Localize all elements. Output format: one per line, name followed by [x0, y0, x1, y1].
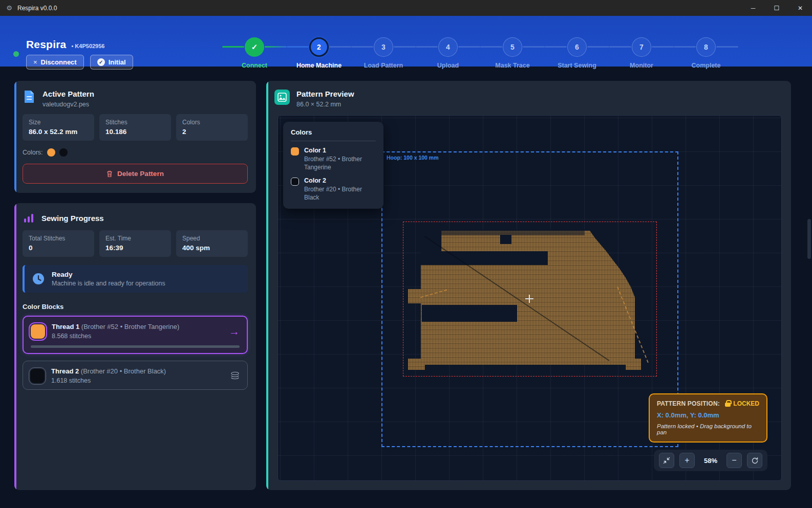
step-start-sewing-label: Start Sewing: [558, 62, 596, 69]
color-swatch-orange: [47, 148, 55, 157]
disconnect-label: Disconnect: [41, 58, 77, 66]
stat-colors-label: Colors: [182, 119, 242, 126]
step-load-pattern[interactable]: 3 Load Pattern: [351, 23, 416, 69]
stat-colors: Colors 2: [176, 114, 248, 141]
thread-2-card[interactable]: Thread 2 (Brother #20 • Brother Black) 1…: [23, 361, 248, 390]
clock-icon: [32, 272, 45, 285]
legend-item-color-2: Color 2 Brother #20 • Brother Black: [291, 177, 376, 202]
step-mask-trace[interactable]: 5 Mask Trace: [480, 23, 545, 69]
step-complete[interactable]: 8 Complete: [674, 23, 738, 69]
step-home-machine-circle: 2: [309, 37, 329, 57]
thread-1-title: Thread 1: [52, 323, 81, 330]
close-button[interactable]: ✕: [788, 0, 812, 16]
stat-speed-label: Speed: [182, 235, 242, 242]
active-pattern-title: Active Pattern: [42, 90, 94, 98]
pattern-preview-accent: [266, 81, 268, 490]
stat-stitches-value: 10.186: [105, 128, 165, 136]
stat-speed: Speed 400 spm: [176, 230, 248, 257]
lock-icon: [725, 403, 731, 407]
pattern-colors-row: Colors:: [14, 141, 256, 157]
app-icon: ⚙: [5, 4, 13, 12]
initial-button[interactable]: ✓ Initial: [90, 55, 133, 70]
hoop-label: Hoop: 100 x 100 mm: [387, 154, 439, 161]
window-title: Respira v0.0.0: [17, 5, 57, 12]
titlebar: ⚙ Respira v0.0.0 ─ ☐ ✕: [0, 0, 812, 16]
stat-total-stitches: Total Stitches 0: [23, 230, 94, 257]
sewing-stats-row: Total Stitches 0 Est. Time 16:39 Speed 4…: [14, 230, 256, 257]
step-mask-trace-label: Mask Trace: [495, 62, 529, 69]
sewing-progress-accent: [14, 203, 16, 490]
thread-2-name: Thread 2 (Brother #20 • Brother Black): [51, 367, 166, 375]
machine-status-banner: Ready Machine is idle and ready for oper…: [23, 265, 248, 293]
step-home-machine[interactable]: 2 Home Machine: [287, 23, 351, 69]
image-icon: [274, 90, 290, 105]
step-monitor[interactable]: 7 Monitor: [609, 23, 674, 69]
thread-1-stitches: 8.568 stitches: [52, 333, 179, 340]
step-upload-label: Upload: [437, 62, 459, 69]
stat-speed-value: 400 spm: [182, 244, 242, 252]
sewing-progress-title: Sewing Progress: [41, 214, 104, 223]
legend-item-color-1: Color 1 Brother #52 • Brother Tangerine: [291, 147, 376, 171]
window-controls: ─ ☐ ✕: [741, 0, 812, 16]
step-complete-label: Complete: [692, 62, 721, 69]
zoom-in-button[interactable]: +: [679, 453, 695, 468]
delete-pattern-button[interactable]: Delete Pattern: [23, 164, 248, 184]
main-content: Active Pattern valetudogv2.pes Size 86.0…: [0, 67, 812, 490]
workflow-stepper: ✓ Connect 2 Home Machine 3 Load Pattern …: [222, 23, 738, 69]
stat-colors-value: 2: [182, 128, 242, 136]
step-load-pattern-label: Load Pattern: [364, 62, 403, 69]
step-load-pattern-circle: 3: [374, 37, 393, 57]
brand-name: Respira: [26, 38, 66, 51]
reset-view-button[interactable]: [747, 453, 762, 468]
stat-stitches: Stitches 10.186: [99, 114, 171, 141]
brand-block: Respira • K4P502956 × Disconnect ✓ Initi…: [13, 38, 133, 70]
legend-swatch-1: [291, 147, 299, 156]
connection-status-dot: [13, 51, 19, 57]
thread-1-name: Thread 1 (Brother #52 • Brother Tangerin…: [52, 323, 179, 330]
initial-label: Initial: [109, 58, 126, 66]
step-home-machine-label: Home Machine: [296, 62, 341, 69]
step-upload-circle: 4: [438, 37, 458, 57]
colors-label: Colors:: [23, 149, 43, 156]
legend-swatch-2: [291, 178, 299, 186]
disconnect-button[interactable]: × Disconnect: [26, 55, 84, 70]
stat-est-time: Est. Time 16:39: [99, 230, 171, 257]
thread-1-card[interactable]: Thread 1 (Brother #52 • Brother Tangerin…: [23, 316, 248, 354]
zoom-out-button[interactable]: −: [726, 453, 742, 468]
trash-icon: [106, 170, 113, 178]
layers-stack-icon: [230, 371, 240, 381]
stat-est-time-value: 16:39: [105, 244, 165, 252]
step-upload[interactable]: 4 Upload: [416, 23, 480, 69]
step-complete-circle: 8: [696, 37, 716, 57]
preview-canvas[interactable]: Colors Color 1 Brother #52 • Brother Tan…: [277, 115, 782, 481]
legend-name-1: Color 1: [304, 147, 376, 154]
file-icon: [23, 90, 36, 104]
thread-1-swatch: [31, 324, 45, 339]
stat-size: Size 86.0 x 52.2 mm: [23, 114, 94, 141]
app-window: ⚙ Respira v0.0.0 ─ ☐ ✕ Respira • K4P5029…: [0, 0, 812, 508]
colors-legend: Colors Color 1 Brother #52 • Brother Tan…: [283, 122, 383, 209]
active-pattern-accent: [14, 81, 16, 193]
fit-view-button[interactable]: [659, 453, 674, 468]
thread-2-detail: (Brother #20 • Brother Black): [81, 367, 166, 375]
thread-2-swatch: [30, 369, 45, 383]
pattern-preview-title: Pattern Preview: [296, 90, 354, 98]
left-column: Active Pattern valetudogv2.pes Size 86.0…: [14, 81, 256, 490]
pattern-coordinates: X: 0.0mm, Y: 0.0mm: [657, 411, 759, 419]
step-connect[interactable]: ✓ Connect: [222, 23, 287, 69]
stat-est-time-label: Est. Time: [105, 235, 165, 242]
x-icon: ×: [33, 58, 37, 66]
step-start-sewing[interactable]: 6 Start Sewing: [545, 23, 609, 69]
machine-serial: • K4P502956: [71, 43, 104, 49]
pattern-position-overlay: PATTERN POSITION: LOCKED X: 0.0mm, Y: 0.…: [649, 393, 767, 443]
delete-pattern-label: Delete Pattern: [117, 170, 164, 178]
step-start-sewing-circle: 6: [567, 37, 587, 57]
minimize-button[interactable]: ─: [741, 0, 765, 16]
thread-2-stitches: 1.618 stitches: [51, 377, 166, 384]
app-header: Respira • K4P502956 × Disconnect ✓ Initi…: [0, 16, 812, 67]
vertical-scrollbar-thumb[interactable]: [807, 219, 811, 259]
legend-name-2: Color 2: [304, 177, 376, 184]
stat-size-label: Size: [29, 119, 88, 126]
maximize-button[interactable]: ☐: [765, 0, 788, 16]
status-title: Ready: [52, 271, 165, 278]
